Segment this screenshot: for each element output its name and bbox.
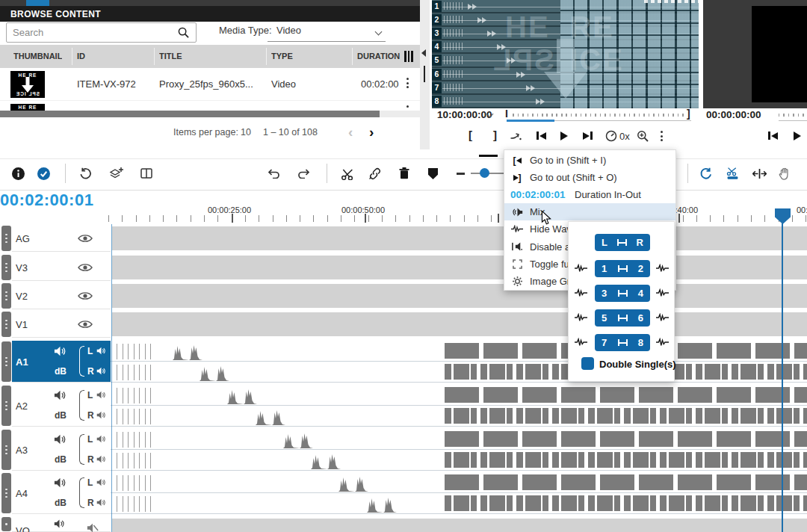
row-menu-kebab-icon[interactable] [406, 78, 409, 88]
visibility-eye-icon[interactable] [78, 291, 93, 300]
track-drag-handle[interactable] [1, 473, 11, 513]
speaker-icon[interactable] [96, 367, 106, 375]
audio-lane-l[interactable] [111, 385, 807, 406]
visibility-eye-icon[interactable] [78, 234, 93, 243]
audio-lane-r[interactable] [111, 362, 807, 383]
track-header[interactable]: VO [12, 516, 111, 532]
db-label[interactable]: dB [55, 366, 67, 377]
browse-hscrollbar-thumb[interactable] [0, 111, 380, 117]
source-video-viewport[interactable]: 1 2 3 4 5 6 7 8 HE RE SPL ICE [432, 0, 699, 108]
play-button[interactable] [560, 132, 568, 140]
mix-pair-button-5-6[interactable]: 5 6 [595, 309, 650, 327]
speaker-icon[interactable] [96, 478, 106, 486]
redo-icon[interactable] [297, 169, 310, 179]
track-header[interactable]: AG [12, 225, 111, 252]
db-label[interactable]: dB [55, 498, 67, 508]
skip-forward-button[interactable] [583, 132, 593, 140]
track-drag-handle[interactable] [1, 430, 11, 470]
mark-out-button[interactable]: ] [493, 129, 497, 141]
search-icon[interactable] [178, 27, 189, 38]
audio-lane-l[interactable] [111, 472, 807, 493]
speaker-muted-icon[interactable] [87, 523, 99, 532]
add-layer-icon[interactable] [109, 167, 123, 180]
mix-pair-button-1-2[interactable]: 1 2 [595, 260, 650, 277]
track-drag-handle[interactable] [1, 517, 11, 531]
search-input[interactable] [7, 27, 178, 38]
scrubber-in-marker[interactable]: I [505, 108, 508, 120]
timeline-ruler[interactable]: 00:02:00:01 00:00:25:00 00:00:50:00 00:0… [0, 191, 807, 224]
track-header[interactable]: V3 [12, 254, 111, 281]
speaker-icon[interactable] [54, 519, 65, 528]
waveform-icon[interactable] [575, 338, 587, 347]
trim-icon[interactable] [752, 169, 767, 179]
speaker-icon[interactable] [54, 477, 67, 488]
vo-track-lane[interactable] [112, 519, 807, 532]
track-header-selected[interactable]: A1 dB L R [12, 341, 111, 383]
pan-hand-icon[interactable] [779, 167, 790, 180]
menu-item-go-to-out[interactable]: ] Go to out (Shift + O) [504, 169, 675, 186]
menu-item-duration-in-out[interactable]: 00:02:00:01 Duration In-Out [504, 186, 675, 203]
rotate-icon[interactable] [699, 167, 712, 180]
horizontal-splitter-handle[interactable] [479, 155, 498, 157]
waveform-icon[interactable] [575, 264, 587, 273]
search-box[interactable] [6, 22, 197, 43]
zoom-out-minus-icon[interactable] [457, 173, 465, 175]
col-type[interactable]: TYPE [271, 52, 293, 61]
waveform-icon[interactable] [575, 313, 587, 322]
mix-pair-button-7-8[interactable]: 7 8 [595, 334, 650, 351]
source-timecode[interactable]: 10:00:00:00 [437, 109, 492, 120]
waveform-icon[interactable] [656, 313, 669, 322]
audio-lane-l[interactable] [111, 341, 807, 362]
track-header[interactable]: A2 dB L R [12, 385, 111, 427]
program-skip-back-button[interactable] [768, 132, 778, 140]
col-title[interactable]: TITLE [159, 52, 182, 61]
row-menu-kebab-icon[interactable] [406, 105, 409, 108]
speaker-icon[interactable] [96, 498, 106, 507]
track-drag-handle[interactable] [1, 226, 11, 251]
speaker-icon[interactable] [54, 390, 67, 400]
speaker-icon[interactable] [96, 455, 106, 463]
video-track-lane[interactable] [112, 284, 807, 308]
speaker-icon[interactable] [54, 434, 67, 445]
video-track-lane[interactable] [112, 256, 807, 279]
unlink-icon[interactable] [368, 167, 382, 180]
track-drag-handle[interactable] [1, 283, 11, 309]
db-label[interactable]: dB [55, 410, 67, 421]
column-settings-icon[interactable] [404, 51, 413, 62]
compare-view-icon[interactable] [140, 168, 152, 179]
track-drag-handle[interactable] [1, 341, 11, 382]
scrubber-out-marker[interactable]: ] [687, 108, 690, 120]
audio-lane-r[interactable] [111, 450, 807, 471]
visibility-eye-icon[interactable] [78, 320, 93, 329]
info-icon[interactable] [12, 167, 25, 180]
goto-icon[interactable] [510, 132, 522, 140]
track-drag-handle[interactable] [1, 255, 11, 280]
source-scrubber[interactable] [513, 114, 687, 117]
speaker-icon[interactable] [54, 346, 67, 356]
media-type-caret-icon[interactable] [375, 28, 383, 36]
track-header[interactable]: A3 dB L R [12, 429, 111, 471]
track-header[interactable]: A4 dB L R [12, 472, 111, 514]
program-play-button[interactable] [794, 132, 801, 140]
audio-lane-l[interactable] [111, 429, 807, 450]
playback-speed-icon[interactable] [605, 130, 617, 142]
playhead-line[interactable] [782, 223, 783, 532]
speaker-icon[interactable] [96, 435, 106, 443]
approve-check-icon[interactable] [37, 167, 50, 180]
refresh-icon[interactable] [79, 167, 92, 180]
db-label[interactable]: dB [55, 454, 67, 465]
speaker-icon[interactable] [96, 411, 106, 419]
mix-pair-button-lr[interactable]: L R [595, 234, 650, 251]
video-track-lane[interactable] [112, 312, 807, 336]
splitter-grip[interactable] [424, 66, 425, 82]
visibility-eye-icon[interactable] [78, 263, 93, 272]
table-row[interactable]: HE RE SPL ICE ITEM-VX-972 Proxy_25fps_96… [0, 68, 420, 101]
waveform-icon[interactable] [656, 264, 669, 273]
waveform-icon[interactable] [656, 288, 669, 297]
track-drag-handle[interactable] [1, 386, 11, 426]
timeline-current-timecode[interactable]: 00:02:00:01 [0, 191, 93, 209]
active-tab-indicator[interactable] [26, 0, 49, 6]
waveform-icon[interactable] [575, 288, 587, 297]
items-per-page-value[interactable]: 10 [241, 127, 251, 137]
collapse-panel-arrow-icon[interactable] [421, 49, 426, 57]
